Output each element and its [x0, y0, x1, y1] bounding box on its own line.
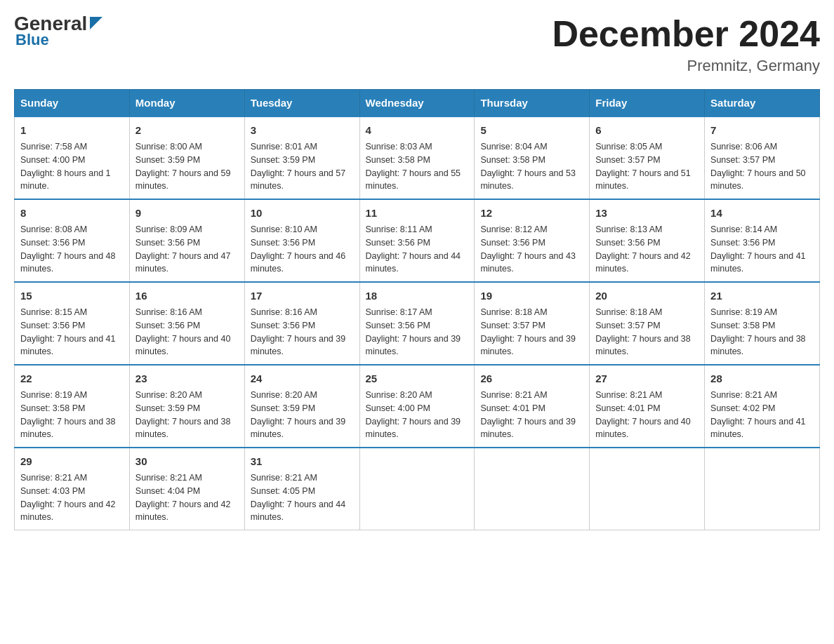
- table-row: 1 Sunrise: 7:58 AMSunset: 4:00 PMDayligh…: [15, 116, 130, 199]
- table-row: 10 Sunrise: 8:10 AMSunset: 3:56 PMDaylig…: [244, 199, 359, 282]
- day-info: Sunrise: 8:21 AMSunset: 4:01 PMDaylight:…: [480, 390, 576, 439]
- day-info: Sunrise: 8:20 AMSunset: 3:59 PMDaylight:…: [135, 390, 231, 439]
- table-row: 23 Sunrise: 8:20 AMSunset: 3:59 PMDaylig…: [129, 365, 244, 448]
- day-number: 20: [595, 288, 699, 303]
- table-row: 12 Sunrise: 8:12 AMSunset: 3:56 PMDaylig…: [475, 199, 590, 282]
- day-number: 8: [20, 206, 124, 220]
- day-info: Sunrise: 8:19 AMSunset: 3:58 PMDaylight:…: [20, 390, 116, 439]
- day-info: Sunrise: 8:16 AMSunset: 3:56 PMDaylight:…: [135, 307, 231, 356]
- day-info: Sunrise: 7:58 AMSunset: 4:00 PMDaylight:…: [20, 142, 111, 191]
- col-sunday: Sunday: [15, 90, 130, 117]
- day-number: 28: [710, 371, 814, 386]
- calendar-week-row: 15 Sunrise: 8:15 AMSunset: 3:56 PMDaylig…: [15, 282, 820, 365]
- day-number: 12: [480, 206, 583, 220]
- location: Premnitz, Germany: [552, 57, 820, 75]
- day-info: Sunrise: 8:19 AMSunset: 3:58 PMDaylight:…: [710, 307, 806, 356]
- table-row: 7 Sunrise: 8:06 AMSunset: 3:57 PMDayligh…: [705, 116, 820, 199]
- day-number: 16: [135, 288, 239, 303]
- day-info: Sunrise: 8:01 AMSunset: 3:59 PMDaylight:…: [251, 142, 346, 191]
- table-row: 2 Sunrise: 8:00 AMSunset: 3:59 PMDayligh…: [129, 116, 244, 199]
- table-row: 18 Sunrise: 8:17 AMSunset: 3:56 PMDaylig…: [359, 282, 475, 365]
- logo-blue-text: Blue: [15, 31, 49, 49]
- table-row: 16 Sunrise: 8:16 AMSunset: 3:56 PMDaylig…: [129, 282, 244, 365]
- day-number: 3: [251, 123, 354, 137]
- table-row: 20 Sunrise: 8:18 AMSunset: 3:57 PMDaylig…: [590, 282, 705, 365]
- day-info: Sunrise: 8:14 AMSunset: 3:56 PMDaylight:…: [710, 224, 806, 274]
- day-number: 15: [20, 288, 124, 303]
- day-info: Sunrise: 8:20 AMSunset: 4:00 PMDaylight:…: [366, 390, 461, 439]
- table-row: 30 Sunrise: 8:21 AMSunset: 4:04 PMDaylig…: [129, 448, 244, 530]
- day-number: 6: [595, 123, 699, 137]
- day-number: 23: [135, 371, 239, 386]
- table-row: [475, 448, 590, 530]
- calendar-table: Sunday Monday Tuesday Wednesday Thursday…: [14, 89, 820, 530]
- day-number: 2: [135, 123, 239, 137]
- day-number: 17: [251, 288, 354, 303]
- day-number: 9: [135, 206, 239, 220]
- logo-arrow-icon: [88, 15, 104, 31]
- logo: General Blue: [14, 14, 104, 49]
- day-number: 18: [366, 288, 469, 303]
- table-row: 4 Sunrise: 8:03 AMSunset: 3:58 PMDayligh…: [359, 116, 475, 199]
- day-number: 30: [135, 454, 239, 469]
- day-info: Sunrise: 8:11 AMSunset: 3:56 PMDaylight:…: [366, 224, 461, 274]
- col-wednesday: Wednesday: [359, 90, 475, 117]
- table-row: 26 Sunrise: 8:21 AMSunset: 4:01 PMDaylig…: [475, 365, 590, 448]
- day-number: 26: [480, 371, 583, 386]
- day-info: Sunrise: 8:21 AMSunset: 4:01 PMDaylight:…: [595, 390, 691, 439]
- table-row: 9 Sunrise: 8:09 AMSunset: 3:56 PMDayligh…: [129, 199, 244, 282]
- table-row: 27 Sunrise: 8:21 AMSunset: 4:01 PMDaylig…: [590, 365, 705, 448]
- table-row: 31 Sunrise: 8:21 AMSunset: 4:05 PMDaylig…: [244, 448, 359, 530]
- day-number: 19: [480, 288, 583, 303]
- day-number: 11: [366, 206, 469, 220]
- day-info: Sunrise: 8:21 AMSunset: 4:05 PMDaylight:…: [251, 473, 346, 522]
- page-header: General Blue December 2024 Premnitz, Ger…: [14, 14, 820, 75]
- day-info: Sunrise: 8:12 AMSunset: 3:56 PMDaylight:…: [480, 224, 576, 274]
- day-info: Sunrise: 8:17 AMSunset: 3:56 PMDaylight:…: [366, 307, 461, 356]
- col-monday: Monday: [129, 90, 244, 117]
- day-info: Sunrise: 8:06 AMSunset: 3:57 PMDaylight:…: [710, 142, 806, 191]
- calendar-week-row: 22 Sunrise: 8:19 AMSunset: 3:58 PMDaylig…: [15, 365, 820, 448]
- svg-marker-0: [90, 17, 102, 29]
- day-info: Sunrise: 8:08 AMSunset: 3:56 PMDaylight:…: [20, 224, 116, 274]
- col-friday: Friday: [590, 90, 705, 117]
- table-row: 3 Sunrise: 8:01 AMSunset: 3:59 PMDayligh…: [244, 116, 359, 199]
- calendar-header-row: Sunday Monday Tuesday Wednesday Thursday…: [15, 90, 820, 117]
- title-area: December 2024 Premnitz, Germany: [552, 14, 820, 75]
- day-number: 4: [366, 123, 469, 137]
- day-number: 5: [480, 123, 583, 137]
- day-number: 31: [251, 454, 354, 469]
- day-number: 14: [710, 206, 814, 220]
- day-number: 1: [20, 123, 124, 137]
- day-info: Sunrise: 8:21 AMSunset: 4:03 PMDaylight:…: [20, 473, 116, 522]
- table-row: 29 Sunrise: 8:21 AMSunset: 4:03 PMDaylig…: [15, 448, 130, 530]
- calendar-week-row: 8 Sunrise: 8:08 AMSunset: 3:56 PMDayligh…: [15, 199, 820, 282]
- calendar-week-row: 29 Sunrise: 8:21 AMSunset: 4:03 PMDaylig…: [15, 448, 820, 530]
- table-row: 15 Sunrise: 8:15 AMSunset: 3:56 PMDaylig…: [15, 282, 130, 365]
- table-row: [590, 448, 705, 530]
- day-number: 22: [20, 371, 124, 386]
- table-row: 17 Sunrise: 8:16 AMSunset: 3:56 PMDaylig…: [244, 282, 359, 365]
- table-row: 19 Sunrise: 8:18 AMSunset: 3:57 PMDaylig…: [475, 282, 590, 365]
- table-row: 11 Sunrise: 8:11 AMSunset: 3:56 PMDaylig…: [359, 199, 475, 282]
- day-info: Sunrise: 8:18 AMSunset: 3:57 PMDaylight:…: [480, 307, 576, 356]
- month-title: December 2024: [552, 14, 820, 54]
- table-row: 8 Sunrise: 8:08 AMSunset: 3:56 PMDayligh…: [15, 199, 130, 282]
- day-number: 27: [595, 371, 699, 386]
- day-number: 10: [251, 206, 354, 220]
- day-info: Sunrise: 8:21 AMSunset: 4:04 PMDaylight:…: [135, 473, 231, 522]
- table-row: 24 Sunrise: 8:20 AMSunset: 3:59 PMDaylig…: [244, 365, 359, 448]
- day-info: Sunrise: 8:16 AMSunset: 3:56 PMDaylight:…: [251, 307, 346, 356]
- day-number: 7: [710, 123, 814, 137]
- day-info: Sunrise: 8:03 AMSunset: 3:58 PMDaylight:…: [366, 142, 461, 191]
- day-info: Sunrise: 8:21 AMSunset: 4:02 PMDaylight:…: [710, 390, 806, 439]
- day-info: Sunrise: 8:15 AMSunset: 3:56 PMDaylight:…: [20, 307, 116, 356]
- day-info: Sunrise: 8:05 AMSunset: 3:57 PMDaylight:…: [595, 142, 691, 191]
- day-info: Sunrise: 8:13 AMSunset: 3:56 PMDaylight:…: [595, 224, 691, 274]
- table-row: 22 Sunrise: 8:19 AMSunset: 3:58 PMDaylig…: [15, 365, 130, 448]
- table-row: [359, 448, 475, 530]
- day-number: 29: [20, 454, 124, 469]
- table-row: 25 Sunrise: 8:20 AMSunset: 4:00 PMDaylig…: [359, 365, 475, 448]
- col-saturday: Saturday: [705, 90, 820, 117]
- table-row: 13 Sunrise: 8:13 AMSunset: 3:56 PMDaylig…: [590, 199, 705, 282]
